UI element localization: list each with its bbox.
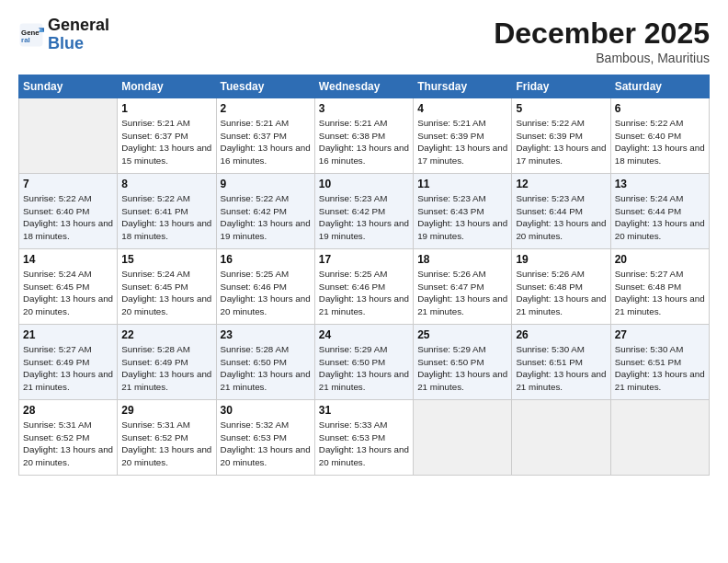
calendar-week-2: 7Sunrise: 5:22 AMSunset: 6:40 PMDaylight…	[19, 174, 710, 249]
day-number: 4	[417, 102, 507, 115]
day-info: Sunrise: 5:31 AMSunset: 6:52 PMDaylight:…	[121, 419, 211, 469]
calendar-cell: 20Sunrise: 5:27 AMSunset: 6:48 PMDayligh…	[610, 249, 709, 325]
calendar-cell: 19Sunrise: 5:26 AMSunset: 6:48 PMDayligh…	[512, 249, 610, 325]
day-info: Sunrise: 5:21 AMSunset: 6:37 PMDaylight:…	[221, 117, 311, 167]
calendar-cell: 5Sunrise: 5:22 AMSunset: 6:39 PMDaylight…	[512, 98, 610, 174]
day-number: 12	[516, 178, 606, 190]
logo-blue: Blue	[48, 34, 84, 52]
calendar-header-wednesday: Wednesday	[314, 75, 413, 98]
calendar-cell: 9Sunrise: 5:22 AMSunset: 6:42 PMDaylight…	[216, 174, 314, 249]
calendar-cell: 23Sunrise: 5:28 AMSunset: 6:50 PMDayligh…	[216, 325, 314, 400]
location: Bambous, Mauritius	[494, 51, 710, 65]
calendar-cell: 3Sunrise: 5:21 AMSunset: 6:38 PMDaylight…	[314, 98, 413, 174]
calendar-cell: 12Sunrise: 5:23 AMSunset: 6:44 PMDayligh…	[512, 174, 610, 249]
day-info: Sunrise: 5:25 AMSunset: 6:46 PMDaylight:…	[319, 268, 409, 318]
day-number: 20	[615, 253, 705, 266]
day-info: Sunrise: 5:31 AMSunset: 6:52 PMDaylight:…	[23, 419, 113, 469]
day-number: 21	[23, 328, 113, 341]
calendar-cell: 11Sunrise: 5:23 AMSunset: 6:43 PMDayligh…	[414, 174, 512, 249]
day-number: 31	[319, 404, 409, 417]
day-number: 17	[319, 253, 409, 266]
day-number: 30	[221, 404, 311, 417]
day-info: Sunrise: 5:21 AMSunset: 6:39 PMDaylight:…	[417, 117, 507, 167]
calendar-cell: 22Sunrise: 5:28 AMSunset: 6:49 PMDayligh…	[118, 325, 216, 400]
month-title: December 2025	[494, 17, 710, 51]
day-info: Sunrise: 5:25 AMSunset: 6:46 PMDaylight:…	[221, 268, 311, 318]
day-info: Sunrise: 5:28 AMSunset: 6:50 PMDaylight:…	[221, 343, 311, 394]
calendar-cell	[512, 400, 610, 476]
title-block: December 2025 Bambous, Mauritius	[494, 17, 710, 65]
day-info: Sunrise: 5:29 AMSunset: 6:50 PMDaylight:…	[319, 343, 409, 394]
calendar-header-row: SundayMondayTuesdayWednesdayThursdayFrid…	[19, 75, 710, 98]
calendar-cell: 4Sunrise: 5:21 AMSunset: 6:39 PMDaylight…	[414, 98, 512, 174]
day-info: Sunrise: 5:23 AMSunset: 6:44 PMDaylight:…	[516, 192, 606, 243]
day-number: 29	[121, 404, 211, 417]
calendar-cell: 30Sunrise: 5:32 AMSunset: 6:53 PMDayligh…	[216, 400, 314, 476]
calendar-cell: 6Sunrise: 5:22 AMSunset: 6:40 PMDaylight…	[610, 98, 709, 174]
calendar-header-thursday: Thursday	[414, 75, 512, 98]
day-info: Sunrise: 5:23 AMSunset: 6:42 PMDaylight:…	[319, 192, 409, 243]
calendar-cell: 2Sunrise: 5:21 AMSunset: 6:37 PMDaylight…	[216, 98, 314, 174]
calendar-cell: 10Sunrise: 5:23 AMSunset: 6:42 PMDayligh…	[314, 174, 413, 249]
day-info: Sunrise: 5:22 AMSunset: 6:40 PMDaylight:…	[23, 192, 113, 243]
day-info: Sunrise: 5:23 AMSunset: 6:43 PMDaylight:…	[417, 192, 507, 243]
day-number: 15	[121, 253, 211, 266]
calendar-cell: 24Sunrise: 5:29 AMSunset: 6:50 PMDayligh…	[314, 325, 413, 400]
calendar-cell: 17Sunrise: 5:25 AMSunset: 6:46 PMDayligh…	[314, 249, 413, 325]
calendar-cell: 21Sunrise: 5:27 AMSunset: 6:49 PMDayligh…	[19, 325, 118, 400]
calendar-cell: 7Sunrise: 5:22 AMSunset: 6:40 PMDaylight…	[19, 174, 118, 249]
calendar-header-friday: Friday	[512, 75, 610, 98]
header: Gene ral General Blue December 2025 Bamb…	[18, 17, 710, 65]
logo-general: General	[48, 16, 109, 34]
day-number: 6	[615, 102, 705, 115]
calendar-cell: 31Sunrise: 5:33 AMSunset: 6:53 PMDayligh…	[314, 400, 413, 476]
calendar-cell	[414, 400, 512, 476]
calendar: SundayMondayTuesdayWednesdayThursdayFrid…	[18, 75, 710, 476]
calendar-cell: 28Sunrise: 5:31 AMSunset: 6:52 PMDayligh…	[19, 400, 118, 476]
day-info: Sunrise: 5:22 AMSunset: 6:41 PMDaylight:…	[121, 192, 211, 243]
calendar-cell: 15Sunrise: 5:24 AMSunset: 6:45 PMDayligh…	[118, 249, 216, 325]
day-number: 24	[319, 328, 409, 341]
day-info: Sunrise: 5:24 AMSunset: 6:45 PMDaylight:…	[23, 268, 113, 318]
day-number: 7	[23, 178, 113, 190]
calendar-header-sunday: Sunday	[19, 75, 118, 98]
day-info: Sunrise: 5:22 AMSunset: 6:40 PMDaylight:…	[615, 117, 705, 167]
calendar-cell	[610, 400, 709, 476]
day-info: Sunrise: 5:21 AMSunset: 6:37 PMDaylight:…	[121, 117, 211, 167]
day-number: 14	[23, 253, 113, 266]
calendar-cell: 25Sunrise: 5:29 AMSunset: 6:50 PMDayligh…	[414, 325, 512, 400]
day-info: Sunrise: 5:26 AMSunset: 6:47 PMDaylight:…	[417, 268, 507, 318]
day-number: 16	[221, 253, 311, 266]
day-info: Sunrise: 5:24 AMSunset: 6:45 PMDaylight:…	[121, 268, 211, 318]
calendar-week-5: 28Sunrise: 5:31 AMSunset: 6:52 PMDayligh…	[19, 400, 710, 476]
calendar-cell: 16Sunrise: 5:25 AMSunset: 6:46 PMDayligh…	[216, 249, 314, 325]
day-number: 9	[221, 178, 311, 190]
day-info: Sunrise: 5:21 AMSunset: 6:38 PMDaylight:…	[319, 117, 409, 167]
day-info: Sunrise: 5:27 AMSunset: 6:48 PMDaylight:…	[615, 268, 705, 318]
day-info: Sunrise: 5:29 AMSunset: 6:50 PMDaylight:…	[417, 343, 507, 394]
day-info: Sunrise: 5:32 AMSunset: 6:53 PMDaylight:…	[221, 419, 311, 469]
calendar-header-tuesday: Tuesday	[216, 75, 314, 98]
day-number: 27	[615, 328, 705, 341]
svg-text:ral: ral	[21, 36, 30, 44]
calendar-cell: 18Sunrise: 5:26 AMSunset: 6:47 PMDayligh…	[414, 249, 512, 325]
page: Gene ral General Blue December 2025 Bamb…	[0, 0, 728, 563]
logo-text: General Blue	[48, 17, 109, 53]
day-number: 23	[221, 328, 311, 341]
calendar-cell: 1Sunrise: 5:21 AMSunset: 6:37 PMDaylight…	[118, 98, 216, 174]
day-info: Sunrise: 5:33 AMSunset: 6:53 PMDaylight:…	[319, 419, 409, 469]
calendar-week-3: 14Sunrise: 5:24 AMSunset: 6:45 PMDayligh…	[19, 249, 710, 325]
day-number: 10	[319, 178, 409, 190]
day-info: Sunrise: 5:30 AMSunset: 6:51 PMDaylight:…	[516, 343, 606, 394]
day-info: Sunrise: 5:28 AMSunset: 6:49 PMDaylight:…	[121, 343, 211, 394]
day-info: Sunrise: 5:22 AMSunset: 6:42 PMDaylight:…	[221, 192, 311, 243]
calendar-cell: 26Sunrise: 5:30 AMSunset: 6:51 PMDayligh…	[512, 325, 610, 400]
day-number: 3	[319, 102, 409, 115]
logo-icon: Gene ral	[18, 22, 44, 48]
day-info: Sunrise: 5:30 AMSunset: 6:51 PMDaylight:…	[615, 343, 705, 394]
day-info: Sunrise: 5:22 AMSunset: 6:39 PMDaylight:…	[516, 117, 606, 167]
day-number: 11	[417, 178, 507, 190]
day-number: 25	[417, 328, 507, 341]
day-number: 1	[121, 102, 211, 115]
day-number: 2	[221, 102, 311, 115]
